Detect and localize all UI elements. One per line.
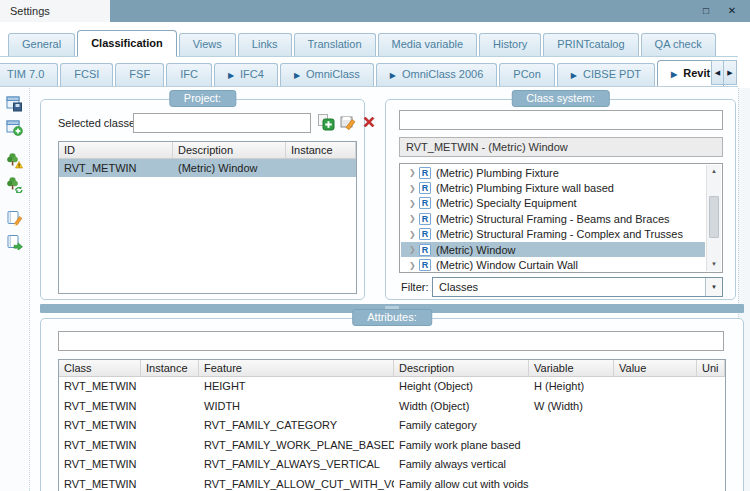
window-gear-icon[interactable] (6, 119, 23, 136)
scrollbar-thumb[interactable] (709, 196, 719, 238)
secondary-tab[interactable]: ▶IFC4 (214, 63, 278, 86)
scroll-down-icon[interactable]: ▼ (707, 258, 721, 271)
expand-chevron-icon[interactable]: ❯ (409, 230, 419, 239)
col-description[interactable]: Description (394, 360, 529, 376)
primary-tab[interactable]: Media variable (378, 33, 478, 56)
secondary-tab-label: Revit (683, 67, 710, 79)
edit-class-icon[interactable] (339, 113, 357, 131)
selected-classes-input[interactable] (133, 113, 311, 133)
col-value[interactable]: Value (614, 360, 697, 376)
expand-chevron-icon[interactable]: ❯ (409, 199, 419, 208)
cell-class: RVT_METWIN (59, 397, 141, 417)
secondary-tab[interactable]: ▶OmniClass 2006 (376, 63, 497, 86)
secondary-tab[interactable]: ▶TIM 7.0 (0, 63, 58, 86)
class-system-panel-title: Class system: (511, 90, 609, 107)
attribute-row[interactable]: RVT_METWIN RVT_FAMILY_WORK_PLANE_BASED F… (59, 436, 725, 456)
attribute-row[interactable]: RVT_METWIN RVT_FAMILY_ALLOW_CUT_WITH_VOI… (59, 475, 725, 491)
attribute-row[interactable]: RVT_METWIN HEIGHT Height (Object) H (Hei… (59, 377, 725, 397)
cell-description: Height (Object) (394, 377, 529, 397)
cell-variable: H (Height) (529, 377, 614, 397)
attribute-row[interactable]: RVT_METWIN RVT_FAMILY_ALWAYS_VERTICAL Fa… (59, 455, 725, 475)
col-unit[interactable]: Uni (697, 360, 725, 376)
add-class-icon[interactable] (317, 113, 335, 131)
class-tree-item[interactable]: ❯ R (Metric) Window (401, 242, 705, 257)
primary-tab[interactable]: Translation (294, 33, 376, 56)
maximize-icon[interactable]: □ (698, 3, 714, 19)
side-toolbar (0, 88, 30, 491)
cell-description: Width (Object) (394, 397, 529, 417)
class-tree-item[interactable]: ❯ R (Metric) Plumbing Fixture wall based (401, 180, 705, 195)
class-tree: ❯ R (Metric) Plumbing Fixture ❯ R (Metri… (399, 163, 723, 273)
attributes-panel: Attributes: Class Instance Feature Descr… (40, 318, 744, 491)
secondary-tab[interactable]: ▶FSF (115, 63, 164, 86)
cell-feature: RVT_FAMILY_CATEGORY (199, 416, 394, 436)
class-tree-item[interactable]: ❯ R (Metric) Plumbing Fixture (401, 165, 705, 180)
titlebar-fill (110, 0, 698, 22)
page-export-icon[interactable] (6, 233, 23, 250)
class-tree-item[interactable]: ❯ R (Metric) Window Curtain Wall (401, 257, 705, 272)
primary-tab[interactable]: Classification (77, 30, 177, 57)
secondary-tab-label: TIM 7.0 (7, 68, 44, 80)
attribute-row[interactable]: RVT_METWIN WIDTH Width (Object) W (Width… (59, 397, 725, 417)
col-class[interactable]: Class (59, 360, 141, 376)
cell-instance (141, 436, 199, 456)
save-icon[interactable] (6, 95, 23, 112)
col-instance[interactable]: Instance (141, 360, 199, 376)
cell-class: RVT_METWIN (59, 455, 141, 475)
tabs-scroll-right-icon[interactable]: ▶ (724, 60, 737, 85)
secondary-tab[interactable]: ▶PCon (499, 63, 555, 86)
class-tree-item[interactable]: ❯ R (Metric) Structural Framing - Beams … (401, 211, 705, 226)
col-feature[interactable]: Feature (199, 360, 394, 376)
cell-variable (529, 475, 614, 491)
secondary-tab[interactable]: ▶FCSI (60, 63, 113, 86)
primary-tab[interactable]: QA check (641, 33, 716, 56)
class-tree-item[interactable]: ❯ R (Metric) Specialty Equipment (401, 196, 705, 211)
attribute-row[interactable]: RVT_METWIN RVT_FAMILY_CATEGORY Family ca… (59, 416, 725, 436)
edit-page-icon[interactable] (6, 209, 23, 226)
col-description[interactable]: Description (173, 142, 286, 158)
scroll-up-icon[interactable]: ▲ (707, 165, 721, 178)
class-tree-item[interactable]: ❯ R (Metric) Structural Framing - Comple… (401, 227, 705, 242)
cell-variable (529, 455, 614, 475)
tab-arrow-icon: ▶ (390, 71, 396, 80)
expand-chevron-icon[interactable]: ❯ (409, 245, 419, 254)
expand-chevron-icon[interactable]: ❯ (409, 214, 419, 223)
attributes-filter-input[interactable] (58, 331, 724, 351)
tree-warning-icon[interactable] (6, 152, 23, 169)
col-variable[interactable]: Variable (529, 360, 614, 376)
cell-instance (141, 455, 199, 475)
primary-tab[interactable]: General (8, 33, 75, 56)
secondary-tab[interactable]: ▶OmniClass (280, 63, 374, 86)
tree-scrollbar[interactable]: ▲ ▼ (706, 165, 721, 271)
col-instance[interactable]: Instance (286, 142, 356, 158)
project-table-row[interactable]: RVT_METWIN (Metric) Window (59, 159, 356, 177)
cell-unit (697, 377, 725, 397)
primary-tab[interactable]: Views (179, 33, 236, 56)
tabs-scroll-left-icon[interactable]: ◀ (711, 60, 724, 85)
expand-chevron-icon[interactable]: ❯ (409, 168, 419, 177)
tree-refresh-icon[interactable] (6, 176, 23, 193)
tab-arrow-icon: ▶ (671, 70, 677, 79)
primary-tab[interactable]: PRINTcatalog (543, 33, 638, 56)
secondary-tab[interactable]: ▶IFC (166, 63, 212, 86)
delete-class-icon[interactable] (360, 113, 378, 131)
primary-tab[interactable]: Links (238, 33, 292, 56)
cell-unit (697, 475, 725, 491)
class-tree-label: (Metric) Window (436, 244, 515, 256)
primary-tab[interactable]: History (479, 33, 541, 56)
expand-chevron-icon[interactable]: ❯ (409, 261, 419, 270)
col-id[interactable]: ID (59, 142, 173, 158)
cell-value (614, 397, 697, 417)
filter-dropdown[interactable]: Classes ▼ (432, 277, 723, 297)
tab-arrow-icon: ▶ (228, 71, 234, 80)
class-tree-label: (Metric) Structural Framing - Beams and … (436, 213, 670, 225)
dropdown-arrow-icon[interactable]: ▼ (705, 278, 722, 296)
secondary-tab-label: PCon (513, 68, 541, 80)
cell-id: RVT_METWIN (59, 159, 173, 177)
class-search-input[interactable] (399, 110, 723, 130)
expand-chevron-icon[interactable]: ❯ (409, 184, 419, 193)
project-panel-title: Project: (169, 90, 236, 107)
close-icon[interactable]: ✕ (724, 3, 740, 19)
revit-icon: R (419, 182, 431, 194)
secondary-tab[interactable]: ▶CIBSE PDT (557, 63, 655, 86)
